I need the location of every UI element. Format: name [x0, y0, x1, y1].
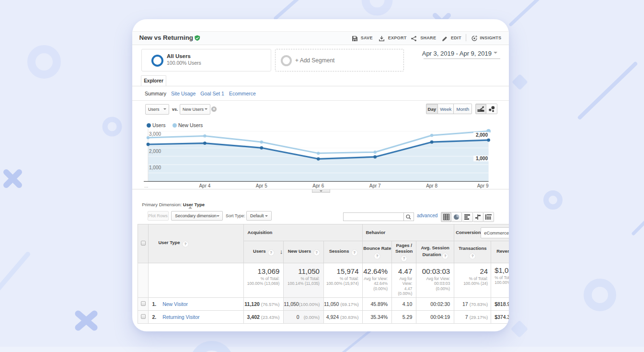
svg-text:Apr 7: Apr 7 [369, 183, 381, 188]
svg-text:2,000: 2,000 [476, 132, 488, 138]
svg-text:Apr 9: Apr 9 [477, 183, 489, 188]
svg-text:1,000: 1,000 [149, 165, 161, 170]
svg-text:Apr 6: Apr 6 [312, 183, 324, 188]
svg-text:Apr 8: Apr 8 [426, 183, 437, 188]
svg-text:1,000: 1,000 [476, 156, 488, 161]
svg-text:Apr 4: Apr 4 [199, 183, 210, 188]
svg-text:2,000: 2,000 [149, 149, 161, 154]
svg-text:...: ... [144, 183, 148, 188]
svg-text:3,000: 3,000 [149, 131, 161, 137]
svg-text:Apr 5: Apr 5 [256, 183, 267, 188]
